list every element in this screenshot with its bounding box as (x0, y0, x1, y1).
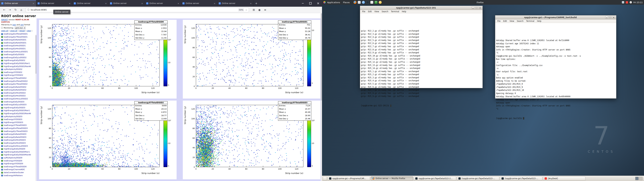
terminal-menu-item[interactable]: Search (516, 20, 525, 22)
tree-item[interactable]: highEnergyExEyDSSD0PairAll (1, 153, 36, 156)
tab-close-icon[interactable]: × (105, 2, 107, 5)
library-icon[interactable]: ⊞ (251, 8, 256, 12)
terminal-menu-item[interactable]: View (508, 20, 516, 22)
anydesk-tray-icon[interactable] (626, 1, 628, 4)
tree-item[interactable]: lowEnergyExXTotalDSSD1 (1, 32, 36, 36)
xml-link[interactable]: xml (20, 24, 24, 26)
new-tab-button[interactable]: + (254, 0, 259, 7)
mail-launcher-icon[interactable] (358, 1, 361, 4)
tree-item[interactable]: lowEnergyExHitsLoDSSD2 (1, 97, 36, 100)
tree-item[interactable]: lowEnergyExRateDSSD1 (1, 38, 36, 42)
tree-item[interactable]: lowEnergyXYDSSD2 (1, 71, 36, 74)
browser-tab[interactable]: Online server × (72, 0, 109, 7)
tree-item[interactable]: lowEnergyXYTotalDSSD3 (1, 124, 36, 127)
tree-item[interactable]: lowEnergyXYDSSD3 (1, 118, 36, 121)
maximize-icon[interactable] (475, 6, 478, 9)
tree-item[interactable]: lowEnergyEyYTotalDSSD3 (1, 130, 36, 133)
terminal-menu-item[interactable]: View (373, 10, 380, 13)
menu-icon[interactable]: ≡ (263, 8, 268, 12)
terminal-menu-item[interactable]: File (496, 20, 502, 22)
tree-item[interactable]: highEnergyExEyDSSD3 (1, 106, 36, 109)
tree-item[interactable]: lowEnergyExXTotalDSSD3 (1, 127, 36, 130)
terminal-menu-item[interactable]: Terminal (390, 10, 400, 13)
tree-item[interactable]: lowEnergyExEyDSSD2 (1, 53, 36, 56)
tree-item[interactable]: highEnergyXYDSSD0 (1, 162, 36, 165)
taskbar-window-button[interactable]: [npg@carme-gsi:/TapeData/G22-... (500, 176, 542, 180)
tab-close-icon[interactable]: × (68, 2, 71, 5)
tree-item[interactable]: lowEnergyExRateDSSD3 (1, 133, 36, 136)
panel-menu[interactable]: Places (342, 0, 351, 5)
tree-item[interactable]: highEnergyExEyDSSD2Pair1 (1, 62, 36, 65)
page-scrollbar[interactable] (321, 13, 322, 181)
tree-item[interactable]: lowEnergyEyHitsDSSD1 (1, 47, 36, 50)
browser-tab[interactable]: Online server × (0, 0, 36, 7)
plot-pad-dssd2[interactable]: lowEnergyXYTotalDSSD2 Entries5009Mean x2… (39, 100, 176, 179)
browser-tab[interactable]: Online server × (109, 0, 145, 7)
plot-pad-dssd1[interactable]: lowEnergyXYTotalDSSD1 Entries701Mean x55… (183, 20, 320, 98)
page-scrollbar-thumb[interactable] (321, 14, 322, 100)
terminal-menu-item[interactable]: Edit (366, 10, 373, 13)
taskbar-window-button[interactable]: Online server — Mozilla Firefox (371, 176, 413, 180)
tree-item[interactable]: lowEnergyExEyLoDSSD2 (1, 56, 36, 59)
tree-item[interactable]: lowEnergyExHitsDSSD1 (1, 44, 36, 47)
tab-close-icon[interactable]: × (32, 2, 35, 5)
tree-item[interactable]: lowEnergyXYDSSD0 (1, 160, 36, 162)
show-desktop-button[interactable] (323, 176, 327, 180)
tree-item[interactable]: lowEnergyXYTotalDSSD0 (1, 165, 36, 168)
tree-item[interactable]: lowEnergyChannelADC (1, 168, 36, 171)
tree-item[interactable]: lowEnergyExHitsLoDSSD1 (1, 50, 36, 53)
workspace-1[interactable] (635, 177, 639, 180)
taskbar-window-button[interactable]: [npg@carme-gsi:/TapeData/G22-... (457, 176, 499, 180)
plot-pad-dssd0[interactable]: lowEnergyXYTotalDSSD0 Entries12330Mean x… (39, 20, 176, 98)
tree-item[interactable]: highEnergyExEyDSSD0 (1, 148, 36, 150)
terminal-menu-item[interactable]: Search (380, 10, 390, 13)
terminal-output[interactable]: dataSpy Shared buffer area 0 (/SHM_11020… (495, 23, 616, 126)
tree-action-link[interactable]: reload (19, 30, 25, 32)
forward-icon[interactable]: → (8, 8, 12, 12)
volume-icon[interactable] (630, 1, 632, 4)
tree-item[interactable]: highEnergyExEyDSSD2 (1, 59, 36, 62)
panel-clock[interactable]: Fri 23:11 (634, 1, 643, 4)
help-launcher-icon[interactable] (379, 1, 382, 4)
firefox-launcher-icon[interactable] (354, 1, 356, 4)
site-info-icon[interactable]: ⓘ (27, 8, 30, 12)
tree-item[interactable]: lowEnergyExEyDSSD3 (1, 100, 36, 104)
back-icon[interactable]: ← (2, 8, 7, 12)
tree-item[interactable]: highEnergyExEyDSSD0Pair1 (1, 150, 36, 154)
minimize-icon[interactable] (299, 0, 306, 7)
plot-pad-dssd3[interactable]: lowEnergyXYTotalDSSD3 Entries7124Mean x1… (183, 100, 320, 179)
terminal-menu-item[interactable]: Terminal (525, 20, 536, 22)
tree-item[interactable]: lowEnergyEyRateDSSD3 (1, 136, 36, 139)
browser-tab[interactable]: Online server × (217, 0, 254, 7)
tree-action-link[interactable]: clear (27, 30, 31, 32)
tree-item[interactable]: lowEnergyExXTotalDSSD2 (1, 80, 36, 83)
terminal-menu-item[interactable]: Edit (502, 20, 508, 22)
tree-action-link[interactable]: close all (10, 30, 17, 32)
browser-launcher-icon[interactable] (362, 1, 365, 4)
tree-item[interactable]: syMultiplicityDSSD0 (1, 156, 36, 160)
tree-item[interactable]: highEnergyXYDSSD2 (1, 74, 36, 77)
tree-item[interactable]: lowEnergyEyRateDSSD2 (1, 88, 36, 92)
tab-close-icon[interactable]: × (141, 2, 144, 5)
browser-tab[interactable]: Online server × (36, 0, 72, 7)
taskbar-window-button[interactable]: npg@carme-gsi:/TapeData/G22-2... (414, 176, 456, 180)
terminal-launcher-icon[interactable] (366, 1, 369, 4)
editor-launcher-icon[interactable] (370, 1, 373, 4)
home-icon[interactable]: ⌂ (19, 8, 24, 12)
tree-item[interactable]: highEnergyExEyDSSD2PairAll (1, 65, 36, 68)
tree-item[interactable]: lowEnergyExRateDSSD2 (1, 86, 36, 89)
workspace-2[interactable] (639, 177, 642, 180)
close-icon[interactable] (314, 0, 322, 7)
tab-close-icon[interactable]: × (213, 2, 216, 5)
tree-item[interactable]: lowEnergyExEyLoDSSD3 (1, 103, 36, 106)
tree-item[interactable]: lowEnergyExHitsDSSD2 (1, 92, 36, 94)
tab-close-icon[interactable]: × (177, 2, 180, 5)
monitoring-checkbox[interactable] (1, 27, 3, 29)
terminal-menu-item[interactable]: File (361, 10, 366, 13)
network-icon[interactable] (622, 1, 624, 4)
browser-tab[interactable]: Online server × (145, 0, 181, 7)
bookmark-star-icon[interactable]: ☆ (245, 8, 247, 11)
tree-item[interactable]: dataCorrelationScaler (1, 171, 36, 174)
spreadsheet-launcher-icon[interactable] (374, 1, 378, 4)
sidebar-scrollbar-thumb[interactable] (36, 35, 36, 74)
